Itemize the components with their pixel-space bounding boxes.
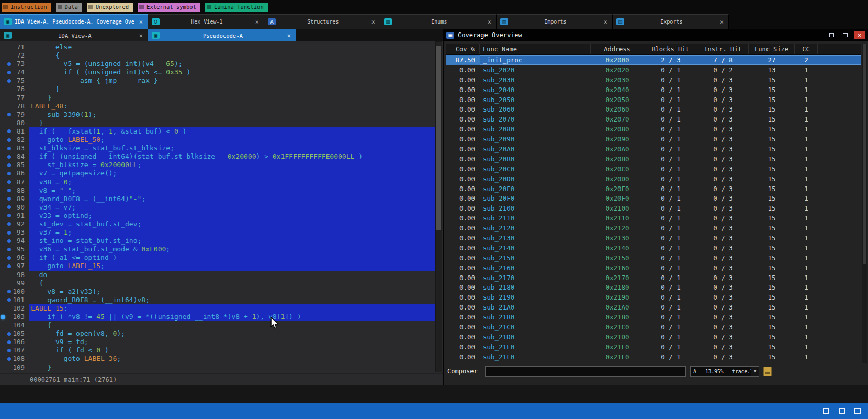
table-row[interactable]: 0.00sub_21800x21800 / 10 / 3151: [446, 282, 861, 292]
close-tab-icon[interactable]: ×: [603, 19, 608, 25]
column-header-cc[interactable]: CC: [795, 44, 818, 54]
taskbar-button-2[interactable]: [839, 408, 845, 414]
tab-imports[interactable]: ▥Imports×: [497, 14, 613, 29]
code-line[interactable]: 109 }: [0, 363, 435, 372]
table-row[interactable]: 0.00sub_20500x20500 / 10 / 3151: [446, 95, 861, 105]
code-line[interactable]: 83 st_blksize = stat_buf.st_blksize;: [0, 144, 435, 152]
code-line[interactable]: 76 }: [0, 85, 435, 93]
column-header-name[interactable]: Func Name: [480, 44, 591, 54]
code-line[interactable]: 103 if ( *v8 != 45 || (v9 = *((unsigned …: [0, 313, 435, 321]
code-line[interactable]: 106 v9 = fd;: [0, 338, 435, 346]
close-tab-icon[interactable]: ×: [719, 19, 725, 25]
table-row[interactable]: 0.00sub_21200x21200 / 10 / 3151: [446, 223, 861, 233]
table-row[interactable]: 87.50_init_proc0x20002 / 37 / 8272: [446, 55, 861, 65]
code-line[interactable]: 101 qword_B0F8 = (__int64)v8;: [0, 296, 435, 304]
composer-input[interactable]: [485, 366, 686, 377]
coverage-scrollbar[interactable]: [862, 44, 867, 363]
tab-enums[interactable]: ▦Enums×: [380, 14, 497, 29]
code-line[interactable]: 108 goto LABEL_36;: [0, 355, 435, 363]
code-line[interactable]: 82 goto LABEL_50;: [0, 136, 435, 144]
code-line[interactable]: 80 }: [0, 119, 435, 127]
code-line[interactable]: 107 if ( fd < 0 ): [0, 346, 435, 355]
table-row[interactable]: 0.00sub_21B00x21B00 / 10 / 3151: [446, 312, 861, 322]
table-row[interactable]: 0.00sub_21E00x21E00 / 10 / 3151: [446, 342, 861, 352]
table-row[interactable]: 0.00sub_20C00x20C00 / 10 / 3151: [446, 164, 861, 174]
restore-button[interactable]: [827, 31, 837, 39]
close-tab-icon[interactable]: ×: [370, 19, 376, 25]
code-line[interactable]: 89 qword_B0F8 = (__int64)"-";: [0, 195, 435, 203]
pseudocode-scrollbar[interactable]: [435, 41, 442, 372]
tab-exports[interactable]: ▤Exports×: [613, 14, 729, 29]
code-line[interactable]: 90 v34 = v7;: [0, 203, 435, 212]
tab-structures[interactable]: AStructures×: [264, 14, 380, 29]
close-tab-icon[interactable]: ×: [138, 19, 144, 25]
column-header-address[interactable]: Address: [591, 44, 644, 54]
table-row[interactable]: 0.00sub_21C00x21C00 / 10 / 3151: [446, 322, 861, 332]
column-header-cov[interactable]: Cov %: [446, 44, 480, 54]
column-header-size[interactable]: Func Size: [749, 44, 795, 54]
table-row[interactable]: 0.00sub_20700x20700 / 10 / 3151: [446, 114, 861, 124]
table-row[interactable]: 0.00sub_20600x20600 / 10 / 3151: [446, 104, 861, 114]
code-line[interactable]: 105 fd = open(v8, 0);: [0, 329, 435, 338]
close-tab-icon[interactable]: ×: [286, 32, 292, 39]
table-row[interactable]: 0.00sub_21000x21000 / 10 / 3151: [446, 203, 861, 213]
tab-pseudocode-a[interactable]: ▣Pseudocode-A×: [148, 29, 296, 41]
table-row[interactable]: 0.00sub_21900x21900 / 10 / 3151: [446, 292, 861, 302]
close-button[interactable]: ×: [854, 31, 865, 39]
table-row[interactable]: 0.00sub_21A00x21A00 / 10 / 3151: [446, 302, 861, 312]
maximize-button[interactable]: [840, 31, 850, 39]
taskbar-button-1[interactable]: [823, 408, 829, 414]
table-row[interactable]: 0.00sub_20300x20300 / 10 / 3151: [446, 75, 861, 85]
code-line[interactable]: 84 if ( (unsigned __int64)(stat_buf.st_b…: [0, 152, 435, 161]
code-line[interactable]: 102LABEL_15:: [0, 304, 435, 313]
table-row[interactable]: 0.00sub_20900x20900 / 10 / 3151: [446, 134, 861, 144]
scrollbar-thumb[interactable]: [436, 46, 441, 230]
code-line[interactable]: 72 {: [0, 51, 435, 60]
table-row[interactable]: 0.00sub_21300x21300 / 10 / 3151: [446, 233, 861, 243]
code-line[interactable]: 78LABEL_48:: [0, 102, 435, 111]
tab-ida-view-a[interactable]: ▣IDA View-A×: [0, 29, 148, 41]
code-line[interactable]: 88 v8 = "-";: [0, 186, 435, 195]
close-tab-icon[interactable]: ×: [138, 32, 144, 39]
code-line[interactable]: 86 v7 = getpagesize();: [0, 169, 435, 178]
code-line[interactable]: 73 v5 = (unsigned int)(v4 - 65);: [0, 60, 435, 68]
table-row[interactable]: 0.00sub_20800x20800 / 10 / 3151: [446, 124, 861, 134]
table-row[interactable]: 0.00sub_21500x21500 / 10 / 3151: [446, 253, 861, 263]
code-line[interactable]: 92 st_dev = stat_buf.st_dev;: [0, 220, 435, 228]
code-line[interactable]: 94 st_ino = stat_buf.st_ino;: [0, 237, 435, 245]
code-line[interactable]: 104 {: [0, 321, 435, 329]
column-header-instr[interactable]: Instr. Hit: [697, 44, 749, 54]
code-line[interactable]: 87 v38 = 0;: [0, 178, 435, 186]
composer-shell-icon[interactable]: [763, 367, 772, 376]
close-tab-icon[interactable]: ×: [487, 19, 492, 25]
code-line[interactable]: 98 do: [0, 271, 435, 279]
table-row[interactable]: 0.00sub_21100x21100 / 10 / 3151: [446, 213, 861, 223]
table-row[interactable]: 0.00sub_21F00x21F00 / 10 / 3151: [446, 352, 861, 362]
code-line[interactable]: 100 v8 = a2[v33];: [0, 288, 435, 296]
code-line[interactable]: 74 if ( (unsigned int)v5 <= 0x35 ): [0, 68, 435, 76]
column-header-blocks[interactable]: Blocks Hit: [644, 44, 697, 54]
tab-ida-group[interactable]: ▣IDA View-A, Pseudocode-A, Coverage Over…: [0, 14, 148, 29]
code-line[interactable]: 99 {: [0, 279, 435, 288]
code-line[interactable]: 96 if ( a1 <= optind ): [0, 253, 435, 262]
code-line[interactable]: 75 __asm { jmp rax }: [0, 76, 435, 85]
coverage-scrollbar-thumb[interactable]: [863, 44, 866, 264]
code-line[interactable]: 91 v33 = optind;: [0, 212, 435, 220]
table-row[interactable]: 0.00sub_20B00x20B00 / 10 / 3151: [446, 154, 861, 164]
code-line[interactable]: 85 st_blksize = 0x20000LL;: [0, 161, 435, 169]
code-line[interactable]: 93 v37 = 1;: [0, 228, 435, 237]
table-row[interactable]: 0.00sub_21D00x21D00 / 10 / 3151: [446, 332, 861, 342]
table-row[interactable]: 0.00sub_21700x21700 / 10 / 3151: [446, 273, 861, 283]
table-row[interactable]: 0.00sub_20D00x20D00 / 10 / 3151: [446, 174, 861, 184]
trace-selector[interactable]: A - 13.95% - trace.log ▼: [690, 366, 759, 377]
code-line[interactable]: 79 sub_3390(1);: [0, 111, 435, 119]
code-line[interactable]: 95 v36 = stat_buf.st_mode & 0xF000;: [0, 245, 435, 253]
taskbar-button-3[interactable]: [854, 408, 861, 414]
tab-hex-view-1[interactable]: OHex View-1×: [148, 14, 264, 29]
table-row[interactable]: 0.00sub_20F00x20F00 / 10 / 3151: [446, 193, 861, 203]
table-row[interactable]: 0.00sub_20A00x20A00 / 10 / 3151: [446, 144, 861, 154]
table-row[interactable]: 0.00sub_20E00x20E00 / 10 / 3151: [446, 184, 861, 194]
table-row[interactable]: 0.00sub_21400x21400 / 10 / 3151: [446, 243, 861, 253]
table-row[interactable]: 0.00sub_20400x20400 / 10 / 3151: [446, 85, 861, 95]
code-line[interactable]: 97 goto LABEL_15;: [0, 262, 435, 270]
